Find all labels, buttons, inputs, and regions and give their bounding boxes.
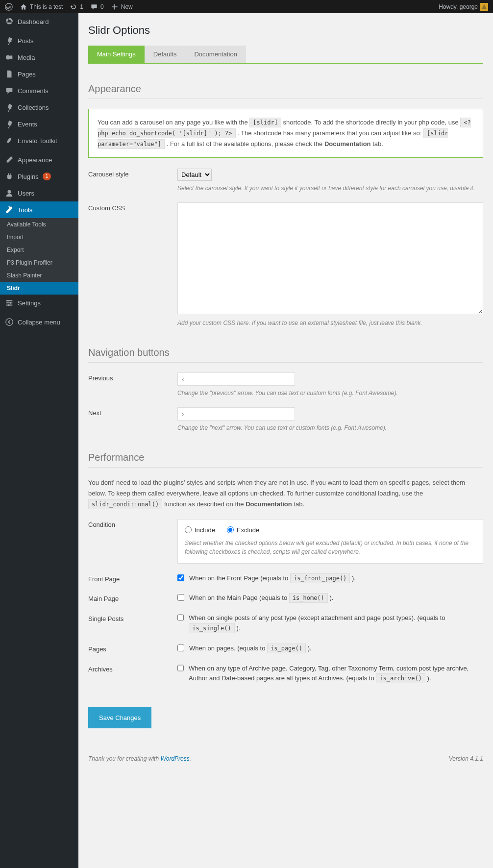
submenu-slidr[interactable]: Slidr bbox=[0, 282, 78, 295]
admin-sidebar: Dashboard Posts Media Pages Comments Col… bbox=[0, 13, 78, 868]
sidebar-item-dashboard[interactable]: Dashboard bbox=[0, 13, 78, 30]
condition-label: Condition bbox=[88, 519, 177, 564]
radio-exclude[interactable]: Exclude bbox=[227, 526, 259, 534]
svg-point-2 bbox=[7, 190, 11, 194]
site-name: This is a test bbox=[30, 3, 63, 10]
wordpress-link[interactable]: WordPress bbox=[160, 755, 189, 762]
sidebar-item-envato[interactable]: Envato Toolkit bbox=[0, 132, 78, 149]
custom-css-label: Custom CSS bbox=[88, 202, 177, 327]
condition-box: Include Exclude Select whether the check… bbox=[177, 519, 483, 564]
css-help: Add your custom CSS here. If you want to… bbox=[177, 319, 483, 327]
sidebar-item-posts[interactable]: Posts bbox=[0, 32, 78, 49]
brush-icon bbox=[5, 155, 14, 164]
prev-input[interactable] bbox=[177, 372, 295, 386]
sidebar-item-tools[interactable]: Tools bbox=[0, 201, 78, 218]
sidebar-item-plugins[interactable]: Plugins1 bbox=[0, 168, 78, 185]
svg-point-5 bbox=[8, 304, 10, 306]
next-label: Next bbox=[88, 407, 177, 432]
admin-toolbar: This is a test 1 0 New Howdy, george bbox=[0, 0, 493, 13]
wp-logo[interactable] bbox=[5, 3, 13, 11]
sidebar-item-pages[interactable]: Pages bbox=[0, 66, 78, 82]
svg-point-1 bbox=[6, 55, 10, 60]
howdy-text: Howdy, george bbox=[439, 3, 478, 10]
custom-css-textarea[interactable] bbox=[177, 202, 483, 314]
perf-title: Performance bbox=[88, 452, 483, 468]
submenu-available-tools[interactable]: Available Tools bbox=[0, 218, 78, 231]
submenu-slash[interactable]: Slash Painter bbox=[0, 269, 78, 282]
next-input[interactable] bbox=[177, 407, 295, 421]
sidebar-item-collections[interactable]: Collections bbox=[0, 99, 78, 116]
condition-help: Select whether the checked options below… bbox=[185, 539, 476, 556]
single-checkbox[interactable] bbox=[177, 614, 184, 621]
submenu-export[interactable]: Export bbox=[0, 244, 78, 256]
refresh-icon bbox=[70, 3, 77, 11]
svg-point-6 bbox=[6, 319, 13, 325]
plus-icon bbox=[111, 3, 119, 11]
version-text: Version 4.1.1 bbox=[449, 755, 483, 762]
single-desc: When on single posts of any post type (e… bbox=[189, 613, 483, 634]
pages-checkbox[interactable] bbox=[177, 645, 184, 651]
sidebar-item-settings[interactable]: Settings bbox=[0, 295, 78, 311]
tab-defaults[interactable]: Defaults bbox=[145, 46, 186, 63]
pages-desc: When on pages. (equals to is_page() ). bbox=[189, 644, 312, 654]
tab-documentation[interactable]: Documentation bbox=[185, 46, 246, 63]
pages-label: Pages bbox=[88, 644, 177, 654]
plug-icon bbox=[5, 172, 14, 181]
next-help: Change the "next" arrow. You can use tex… bbox=[177, 423, 483, 432]
archives-desc: When on any type of Archive page. Catego… bbox=[189, 664, 483, 684]
section-performance: Performance You dont' need to load the p… bbox=[88, 452, 483, 684]
comments-link[interactable]: 0 bbox=[90, 3, 104, 11]
sidebar-item-comments[interactable]: Comments bbox=[0, 82, 78, 99]
updates-count: 1 bbox=[80, 3, 83, 10]
new-link[interactable]: New bbox=[111, 3, 133, 11]
account-link[interactable]: Howdy, george bbox=[439, 3, 488, 11]
main-desc: When on the Main Page (equals to is_home… bbox=[189, 593, 333, 603]
single-label: Single Posts bbox=[88, 613, 177, 634]
carousel-style-label: Carousel style bbox=[88, 169, 177, 193]
sliders-icon bbox=[5, 298, 14, 307]
updates-link[interactable]: 1 bbox=[70, 3, 83, 11]
new-label: New bbox=[121, 3, 133, 10]
front-desc: When on the Front Page (equals to is_fro… bbox=[189, 573, 356, 584]
sidebar-item-appearance[interactable]: Appearance bbox=[0, 151, 78, 168]
front-label: Front Page bbox=[88, 573, 177, 584]
sidebar-item-events[interactable]: Events bbox=[0, 116, 78, 132]
tools-submenu: Available Tools Import Export P3 Plugin … bbox=[0, 218, 78, 295]
media-icon bbox=[5, 53, 14, 62]
main-checkbox[interactable] bbox=[177, 594, 184, 601]
sidebar-item-collapse[interactable]: Collapse menu bbox=[0, 314, 78, 330]
appearance-info: You can add a carousel on any page you l… bbox=[88, 109, 483, 158]
submenu-p3[interactable]: P3 Plugin Profiler bbox=[0, 256, 78, 269]
tab-main-settings[interactable]: Main Settings bbox=[88, 46, 145, 63]
site-link[interactable]: This is a test bbox=[20, 3, 63, 11]
comments-count: 0 bbox=[100, 3, 104, 10]
comment-icon bbox=[5, 86, 14, 95]
tabs: Main Settings Defaults Documentation bbox=[88, 46, 483, 64]
archives-label: Archives bbox=[88, 664, 177, 684]
appearance-title: Appearance bbox=[88, 83, 483, 99]
carousel-style-select[interactable]: Default bbox=[177, 169, 212, 181]
wrench-icon bbox=[5, 205, 14, 214]
perf-intro: You dont' need to load the plugins' styl… bbox=[88, 477, 483, 510]
plugin-badge: 1 bbox=[43, 173, 51, 180]
pin-icon bbox=[5, 103, 14, 112]
radio-include[interactable]: Include bbox=[185, 526, 215, 534]
comment-icon bbox=[90, 3, 98, 11]
code-slidr: [slidr] bbox=[249, 118, 281, 127]
prev-label: Previous bbox=[88, 372, 177, 397]
submenu-import[interactable]: Import bbox=[0, 231, 78, 244]
archives-checkbox[interactable] bbox=[177, 665, 184, 671]
sidebar-item-media[interactable]: Media bbox=[0, 49, 78, 66]
save-button[interactable]: Save Changes bbox=[88, 707, 151, 728]
home-icon bbox=[20, 3, 27, 11]
page-title: Slidr Options bbox=[88, 24, 483, 37]
dashboard-icon bbox=[5, 17, 14, 26]
main-content: Slidr Options Main Settings Defaults Doc… bbox=[78, 13, 493, 868]
section-navigation: Navigation buttons Previous Change the "… bbox=[88, 347, 483, 432]
svg-point-3 bbox=[7, 300, 9, 302]
sidebar-item-users[interactable]: Users bbox=[0, 185, 78, 201]
pin-icon bbox=[5, 120, 14, 128]
section-appearance: Appearance You can add a carousel on any… bbox=[88, 83, 483, 327]
nav-title: Navigation buttons bbox=[88, 347, 483, 363]
front-checkbox[interactable] bbox=[177, 574, 184, 581]
